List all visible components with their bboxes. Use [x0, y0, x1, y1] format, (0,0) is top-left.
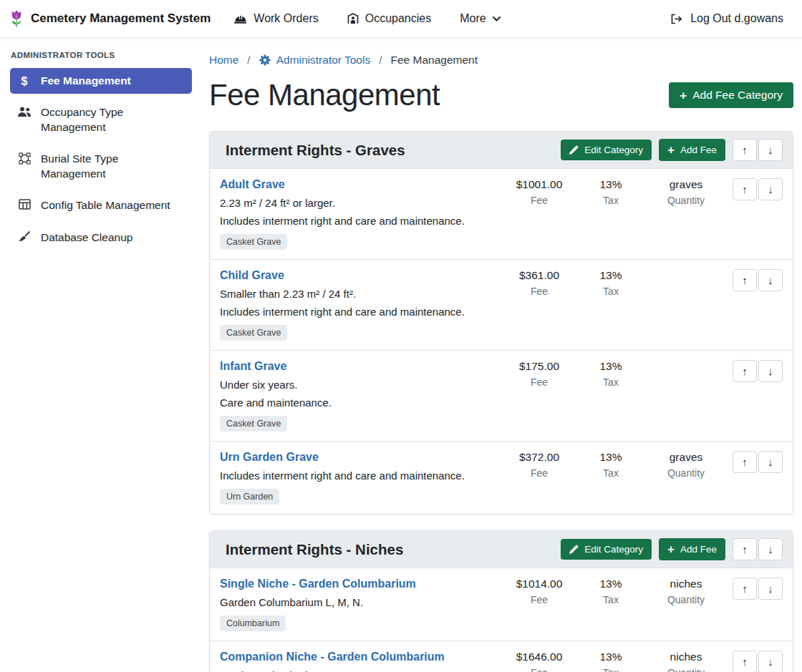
- fee-tax-label: Tax: [575, 667, 647, 672]
- move-fee-up-button[interactable]: ↑: [733, 360, 757, 382]
- fee-amount-value: $1001.00: [503, 178, 575, 191]
- nav-item-more[interactable]: More: [460, 12, 500, 25]
- fee-name-link[interactable]: Child Grave: [220, 269, 284, 281]
- fee-tax-value: 13%: [575, 651, 647, 663]
- move-fee-down-button[interactable]: ↓: [758, 360, 783, 382]
- arrow-up-icon: ↑: [742, 656, 748, 668]
- fee-tag-chip: Urn Garden: [220, 489, 279, 505]
- nav-item-work-orders[interactable]: Work Orders: [233, 12, 318, 25]
- fee-row: Child Grave Smaller than 2.23 m² / 24 ft…: [210, 260, 793, 351]
- move-fee-up-button[interactable]: ↑: [733, 651, 757, 672]
- add-fee-category-button[interactable]: + Add Fee Category: [669, 82, 793, 108]
- fee-quantity-cell: [647, 269, 725, 273]
- sidebar-item-fee-management[interactable]: $ Fee Management: [10, 68, 192, 94]
- fee-category-title: Interment Rights - Graves: [226, 142, 405, 159]
- edit-category-button[interactable]: Edit Category: [561, 539, 652, 560]
- fee-rows: Adult Grave 2.23 m² / 24 ft² or larger. …: [210, 169, 793, 514]
- plus-icon: +: [680, 89, 687, 102]
- arrow-down-icon: ↓: [768, 274, 773, 286]
- fee-name-link[interactable]: Adult Grave: [220, 178, 285, 190]
- logout-link[interactable]: Log Out d.gowans: [670, 12, 783, 25]
- sidebar-item-occupancy-type-management[interactable]: Occupancy Type Management: [10, 99, 192, 140]
- fee-quantity-label: Quantity: [647, 667, 725, 672]
- add-fee-label: Add Fee: [680, 145, 717, 155]
- move-fee-down-button[interactable]: ↓: [758, 269, 783, 291]
- fee-amount-cell: $1646.00 Fee: [503, 651, 575, 672]
- add-fee-button[interactable]: + Add Fee: [659, 139, 725, 161]
- app-window: Cemetery Management System Work Orders: [0, 0, 802, 672]
- move-fee-down-button[interactable]: ↓: [758, 578, 783, 600]
- nav-item-occupancies[interactable]: Occupancies: [347, 12, 432, 25]
- fee-name-link[interactable]: Companion Niche - Garden Columbarium: [220, 651, 445, 663]
- fee-reorder-controls: ↑ ↓: [733, 269, 783, 291]
- sidebar-item-config-table-management[interactable]: Config Table Management: [10, 193, 192, 218]
- sidebar-item-label: Config Table Management: [41, 198, 170, 213]
- users-icon: [17, 106, 32, 117]
- breadcrumb-home-link[interactable]: Home: [209, 54, 238, 67]
- brand-link[interactable]: Cemetery Management System: [9, 9, 211, 28]
- fee-rows: Single Niche - Garden Columbarium Garden…: [210, 568, 793, 672]
- sidebar-item-burial-site-type-management[interactable]: Burial Site Type Management: [10, 146, 192, 187]
- fee-tag-chip: Casket Grave: [220, 234, 287, 250]
- hard-hat-icon: [233, 14, 247, 24]
- breadcrumb-admin-tools-link[interactable]: Administrator Tools: [259, 54, 371, 67]
- fee-quantity-value: niches: [647, 651, 725, 663]
- category-reorder-controls: ↑ ↓: [733, 139, 783, 161]
- logout-icon: [670, 14, 683, 24]
- fee-tax-label: Tax: [575, 195, 647, 206]
- fee-category-card: Interment Rights - Graves Edit Category …: [209, 131, 793, 515]
- add-fee-button[interactable]: + Add Fee: [659, 538, 725, 560]
- sidebar-item-label: Burial Site Type Management: [41, 152, 185, 181]
- brand-title: Cemetery Management System: [31, 11, 211, 26]
- fee-amount-label: Fee: [503, 286, 575, 297]
- move-category-up-button[interactable]: ↑: [733, 139, 757, 161]
- fee-tax-value: 13%: [575, 178, 647, 191]
- gear-icon: [259, 54, 271, 66]
- fee-row: Urn Garden Grave Includes interment righ…: [210, 442, 793, 514]
- top-navbar: Cemetery Management System Work Orders: [0, 0, 802, 38]
- fee-quantity-value: graves: [647, 178, 725, 191]
- move-fee-up-button[interactable]: ↑: [733, 269, 757, 291]
- edit-category-label: Edit Category: [584, 145, 643, 155]
- move-fee-down-button[interactable]: ↓: [758, 178, 783, 200]
- fee-row: Single Niche - Garden Columbarium Garden…: [210, 568, 793, 641]
- fee-tax-value: 13%: [575, 360, 647, 373]
- plus-icon: +: [667, 543, 675, 555]
- nav-label: More: [460, 12, 485, 25]
- occupancy-icon: [347, 13, 359, 24]
- fee-reorder-controls: ↑ ↓: [733, 578, 783, 600]
- add-fee-category-label: Add Fee Category: [692, 89, 783, 102]
- fee-reorder-controls: ↑ ↓: [733, 360, 783, 382]
- breadcrumb-separator: /: [247, 54, 250, 67]
- add-fee-label: Add Fee: [680, 544, 717, 555]
- move-fee-up-button[interactable]: ↑: [733, 451, 757, 473]
- fee-amount-label: Fee: [503, 594, 575, 605]
- breadcrumb-current: Fee Management: [391, 54, 478, 67]
- move-category-down-button[interactable]: ↓: [758, 139, 783, 161]
- arrow-up-icon: ↑: [742, 583, 748, 595]
- move-category-up-button[interactable]: ↑: [733, 538, 757, 560]
- move-fee-up-button[interactable]: ↑: [733, 578, 757, 600]
- admin-sidebar: Administrator Tools $ Fee Management Occ…: [0, 38, 200, 672]
- fee-tax-label: Tax: [575, 594, 647, 605]
- fee-quantity-cell: [647, 360, 725, 364]
- sidebar-item-database-cleanup[interactable]: Database Cleanup: [10, 225, 192, 250]
- move-fee-down-button[interactable]: ↓: [758, 451, 783, 473]
- arrow-up-icon: ↑: [742, 543, 748, 555]
- arrow-down-icon: ↓: [768, 365, 773, 377]
- arrow-down-icon: ↓: [768, 583, 773, 595]
- fee-name-link[interactable]: Single Niche - Garden Columbarium: [220, 578, 416, 590]
- fee-name-link[interactable]: Urn Garden Grave: [220, 451, 319, 463]
- fee-amount-cell: $361.00 Fee: [503, 269, 575, 297]
- fee-tag-chip: Columbarium: [220, 615, 286, 631]
- move-fee-down-button[interactable]: ↓: [758, 651, 783, 672]
- move-category-down-button[interactable]: ↓: [758, 538, 783, 560]
- fee-description: Garden Columbarium L, M, N.: [220, 596, 503, 608]
- move-fee-up-button[interactable]: ↑: [733, 178, 757, 200]
- edit-category-button[interactable]: Edit Category: [561, 140, 652, 160]
- fee-amount-value: $175.00: [503, 360, 575, 373]
- fee-category-list: Interment Rights - Graves Edit Category …: [209, 131, 793, 672]
- fee-amount-cell: $175.00 Fee: [503, 360, 575, 388]
- fee-name-link[interactable]: Infant Grave: [220, 360, 286, 372]
- dollar-icon: $: [17, 74, 32, 88]
